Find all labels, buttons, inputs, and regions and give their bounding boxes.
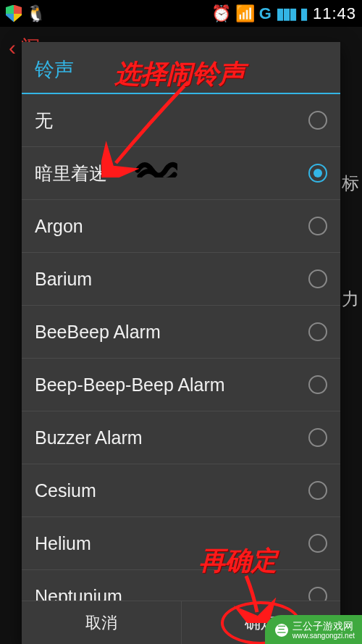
cancel-button[interactable]: 取消: [22, 601, 181, 644]
underlay-edge-text-2: 力: [342, 288, 359, 311]
radio-icon[interactable]: [308, 322, 327, 341]
ringtone-label: 无: [35, 109, 53, 133]
clock-text: 11:43: [313, 4, 356, 23]
radio-icon[interactable]: [308, 481, 327, 500]
battery-icon: ▮: [300, 4, 308, 23]
radio-icon[interactable]: [308, 534, 327, 553]
watermark-line1: 三公子游戏网: [292, 621, 355, 632]
ringtone-label: Buzzer Alarm: [35, 427, 143, 448]
ringtone-item[interactable]: BeeBeep Alarm: [22, 306, 340, 359]
ringtone-item[interactable]: 暗里着迷: [22, 147, 340, 200]
radio-icon[interactable]: [308, 269, 327, 288]
ringtone-label: Helium: [35, 533, 91, 554]
watermark-line2: www.sangongzi.net: [292, 632, 355, 640]
watermark: 三 三公子游戏网 www.sangongzi.net: [265, 615, 362, 644]
ringtone-label: Beep-Beep-Beep Alarm: [35, 375, 225, 396]
radio-icon[interactable]: [308, 375, 327, 394]
radio-icon[interactable]: [308, 428, 327, 447]
status-right: ⏰ 📶 G ▮▮▮ ▮ 11:43: [211, 4, 356, 23]
ringtone-item[interactable]: 无: [22, 94, 340, 147]
watermark-text: 三公子游戏网 www.sangongzi.net: [292, 621, 355, 640]
alarm-icon: ⏰: [211, 4, 231, 23]
shield-icon: [6, 5, 22, 22]
ringtone-label: BeeBeep Alarm: [35, 322, 161, 343]
ringtone-label: Barium: [35, 269, 92, 290]
ringtone-item[interactable]: Argon: [22, 200, 340, 253]
penguin-icon: 🐧: [26, 4, 46, 23]
ringtone-list[interactable]: 无暗里着迷ArgonBariumBeeBeep AlarmBeep-Beep-B…: [22, 94, 340, 601]
dialog-title: 铃声: [22, 42, 340, 93]
network-label: G: [259, 4, 272, 23]
radio-icon[interactable]: [308, 164, 327, 183]
ringtone-item[interactable]: Buzzer Alarm: [22, 411, 340, 464]
ringtone-label: Neptunium: [35, 586, 122, 601]
ringtone-label: Argon: [35, 216, 83, 237]
watermark-logo-icon: 三: [275, 624, 288, 637]
signal-icon: ▮▮▮: [276, 4, 295, 23]
back-chevron-icon[interactable]: ‹: [9, 35, 16, 60]
radio-icon[interactable]: [308, 217, 327, 235]
radio-icon[interactable]: [308, 111, 327, 130]
screen-root: 🐧 ⏰ 📶 G ▮▮▮ ▮ 11:43 ‹ 闹 标 力 铃声 无暗里着迷Argo…: [0, 0, 362, 644]
status-left: 🐧: [6, 4, 46, 23]
status-bar: 🐧 ⏰ 📶 G ▮▮▮ ▮ 11:43: [0, 0, 362, 27]
ringtone-item[interactable]: Neptunium: [22, 570, 340, 601]
ringtone-dialog: 铃声 无暗里着迷ArgonBariumBeeBeep AlarmBeep-Bee…: [22, 42, 340, 644]
ringtone-label: 暗里着迷: [35, 162, 107, 185]
wifi-icon: 📶: [235, 4, 255, 23]
underlay-edge-text-1: 标: [342, 172, 359, 195]
ringtone-item[interactable]: Beep-Beep-Beep Alarm: [22, 359, 340, 411]
ringtone-item[interactable]: Barium: [22, 253, 340, 306]
radio-icon[interactable]: [308, 587, 327, 601]
ringtone-item[interactable]: Cesium: [22, 464, 340, 517]
ringtone-item[interactable]: Helium: [22, 517, 340, 570]
ringtone-label: Cesium: [35, 480, 96, 501]
